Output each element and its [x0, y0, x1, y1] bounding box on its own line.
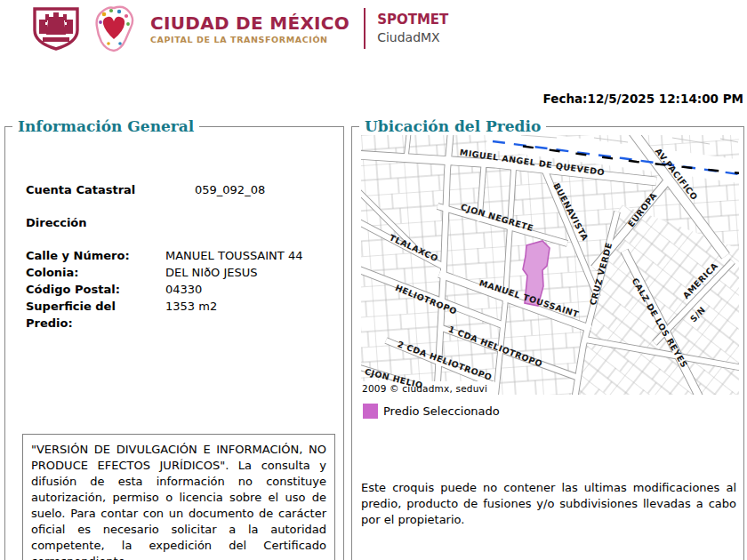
panel-title-informacion: Información General [12, 117, 199, 135]
selected-parcel-swatch [363, 404, 378, 419]
croquis-note: Este croquis puede no contener las ultim… [361, 480, 736, 529]
field-calle-numero: Calle y Número: MANUEL TOUSSAINT 44 [26, 247, 338, 264]
field-colonia: Colonia: DEL NIðO JESUS [26, 264, 338, 281]
app-title: SPOTMET [377, 12, 448, 28]
map-legend: Predio Seleccionado [363, 404, 743, 419]
info-content: Cuenta Catastral 059_092_08 Dirección Ca… [5, 127, 343, 332]
panel-title-ubicacion: Ubicación del Predio [359, 117, 546, 135]
cuenta-label: Cuenta Catastral [26, 181, 195, 198]
app-block: SPOTMET CiudadMX [377, 12, 448, 44]
cuenta-value: 059_092_08 [195, 181, 265, 198]
panel-ubicacion-predio: Ubicación del Predio [351, 126, 744, 560]
legend-label: Predio Seleccionado [383, 404, 500, 418]
report-date: Fecha:12/5/2025 12:14:00 PM [543, 92, 743, 106]
cdmx-shield-icon [31, 6, 81, 51]
croquis-map: CJON HELIO 2009 © ciudadmx, seduvi MIGUE… [361, 135, 739, 395]
page: CIUDAD DE MÉXICO CAPITAL DE LA TRANSFORM… [0, 0, 747, 560]
app-subtitle: CiudadMX [377, 30, 448, 44]
colonia-value: DEL NIðO JESUS [165, 264, 258, 281]
address-group: Calle y Número: MANUEL TOUSSAINT 44 Colo… [26, 247, 338, 332]
panel-informacion-general: Información General Cuenta Catastral 059… [4, 126, 344, 560]
app-header: CIUDAD DE MÉXICO CAPITAL DE LA TRANSFORM… [31, 4, 448, 53]
map-attribution: 2009 © ciudadmx, seduvi [362, 383, 487, 394]
header-divider [364, 8, 365, 49]
direccion-heading: Dirección [26, 214, 338, 231]
legal-disclaimer-box: "VERSIÓN DE DIVULGACIÓN E INFORMACIÓN, N… [22, 434, 335, 560]
cp-value: 04330 [165, 281, 202, 298]
calle-value: MANUEL TOUSSAINT 44 [165, 247, 302, 264]
field-superficie: Superficie del Predio: 1353 m2 [26, 298, 338, 332]
field-cuenta-catastral: Cuenta Catastral 059_092_08 [26, 181, 338, 198]
colonia-label: Colonia: [26, 264, 165, 281]
superficie-label: Superficie del Predio: [26, 298, 165, 332]
brand-title: CIUDAD DE MÉXICO [150, 13, 349, 33]
brand-subtitle: CAPITAL DE LA TRANSFORMACIÓN [150, 35, 349, 44]
brand-block: CIUDAD DE MÉXICO CAPITAL DE LA TRANSFORM… [150, 13, 349, 44]
cp-label: Código Postal: [26, 281, 165, 298]
superficie-value: 1353 m2 [165, 298, 217, 332]
field-codigo-postal: Código Postal: 04330 [26, 281, 338, 298]
calle-label: Calle y Número: [26, 247, 165, 264]
corazon-heart-icon [90, 4, 138, 53]
